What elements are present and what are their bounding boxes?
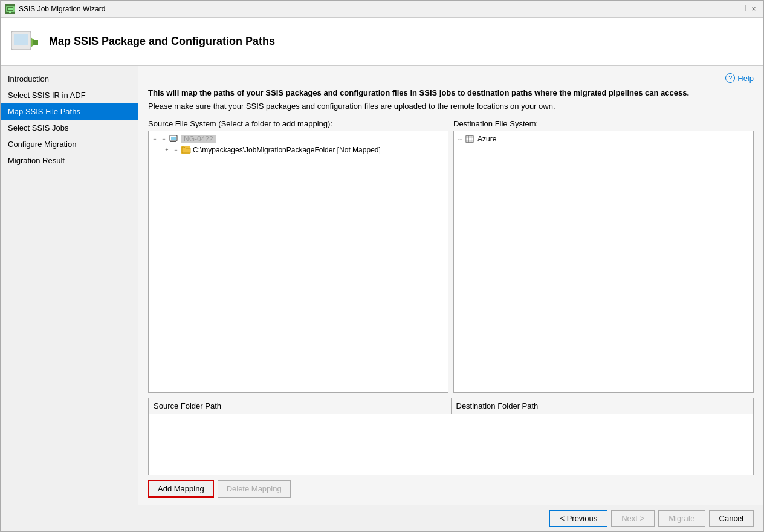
bottom-buttons-row: Add Mapping Delete Mapping xyxy=(148,480,754,498)
mapping-table-header: Source Folder Path Destination Folder Pa… xyxy=(149,398,753,414)
svg-rect-7 xyxy=(171,137,176,140)
main-content: ? Help This will map the paths of your S… xyxy=(138,66,763,505)
sidebar-item-select-ssis-jobs[interactable]: Select SSIS Jobs xyxy=(1,120,138,136)
file-systems-row: Source File System (Select a folder to a… xyxy=(148,119,754,393)
help-icon: ? xyxy=(725,73,735,83)
description-line2: Please make sure that your SSIS packages… xyxy=(148,101,754,112)
source-file-system-tree[interactable]: − − NG-0422 xyxy=(148,131,448,393)
source-file-system-panel: Source File System (Select a folder to a… xyxy=(148,119,448,393)
destination-file-system-panel: Destination File System: ··· xyxy=(453,119,754,393)
mapping-table: Source Folder Path Destination Folder Pa… xyxy=(148,398,754,475)
destination-file-system-label: Destination File System: xyxy=(453,119,754,128)
tree-expand-root[interactable]: − xyxy=(151,135,158,143)
folder-icon xyxy=(181,146,190,154)
svg-rect-2 xyxy=(9,11,11,13)
sidebar-item-configure-migration[interactable]: Configure Migration xyxy=(1,136,138,152)
source-file-system-label: Source File System (Select a folder to a… xyxy=(148,119,448,128)
svg-rect-10 xyxy=(466,136,473,143)
tree-root-item[interactable]: − − NG-0422 xyxy=(151,134,445,144)
app-icon xyxy=(5,4,15,14)
main-window: SSIS Job Migration Wizard | × Map SSIS P… xyxy=(0,0,764,532)
previous-button[interactable]: < Previous xyxy=(549,510,607,527)
title-bar: SSIS Job Migration Wizard | × xyxy=(1,1,763,18)
col-header-destination: Destination Folder Path xyxy=(452,398,754,414)
sidebar-item-map-ssis-file-paths[interactable]: Map SSIS File Paths xyxy=(1,103,138,120)
header-section: Map SSIS Package and Configuration Paths xyxy=(1,18,763,66)
tree-root-label: NG-0422 xyxy=(181,135,216,143)
computer-icon xyxy=(169,135,178,143)
svg-rect-8 xyxy=(172,141,175,141)
separator-icon: | xyxy=(745,4,746,14)
svg-rect-1 xyxy=(8,8,13,10)
help-row: ? Help xyxy=(148,73,754,83)
tree-expand-root2[interactable]: − xyxy=(160,135,167,143)
help-label: Help xyxy=(737,74,754,83)
svg-rect-4 xyxy=(14,34,28,45)
help-link[interactable]: ? Help xyxy=(725,73,754,83)
tree-child-label: C:\mypackages\JobMigrationPackageFolder … xyxy=(193,146,381,154)
sidebar-item-migration-result[interactable]: Migration Result xyxy=(1,152,138,169)
svg-rect-9 xyxy=(170,141,176,142)
sidebar-item-introduction[interactable]: Introduction xyxy=(1,71,138,87)
azure-table-icon xyxy=(465,135,474,143)
footer: < Previous Next > Migrate Cancel xyxy=(1,505,763,531)
migrate-button[interactable]: Migrate xyxy=(658,510,705,527)
delete-mapping-button[interactable]: Delete Mapping xyxy=(218,480,291,498)
destination-file-system-tree[interactable]: ··· Azure xyxy=(453,131,754,393)
description-line1: This will map the paths of your SSIS pac… xyxy=(148,88,754,99)
add-mapping-button[interactable]: Add Mapping xyxy=(148,480,214,498)
col-header-source: Source Folder Path xyxy=(149,398,452,414)
tree-child-item[interactable]: + − C:\mypackages\JobMigrationPackageFol… xyxy=(163,144,445,155)
azure-tree-root[interactable]: ··· Azure xyxy=(456,134,751,144)
cancel-button[interactable]: Cancel xyxy=(709,510,754,527)
content-area: Introduction Select SSIS IR in ADF Map S… xyxy=(1,66,763,505)
mapping-table-body xyxy=(149,414,753,475)
window-title: SSIS Job Migration Wizard xyxy=(19,5,105,13)
sidebar: Introduction Select SSIS IR in ADF Map S… xyxy=(1,66,138,505)
sidebar-item-select-ssis-ir[interactable]: Select SSIS IR in ADF xyxy=(1,87,138,103)
close-button[interactable]: × xyxy=(749,4,759,14)
tree-expand-child2[interactable]: − xyxy=(172,146,180,154)
azure-label: Azure xyxy=(478,135,496,143)
page-title: Map SSIS Package and Configuration Paths xyxy=(49,35,275,48)
tree-expand-azure[interactable]: ··· xyxy=(456,135,464,143)
header-icon xyxy=(10,27,39,56)
tree-expand-child[interactable]: + xyxy=(163,146,170,154)
svg-rect-5 xyxy=(33,40,38,45)
next-button[interactable]: Next > xyxy=(611,510,655,527)
